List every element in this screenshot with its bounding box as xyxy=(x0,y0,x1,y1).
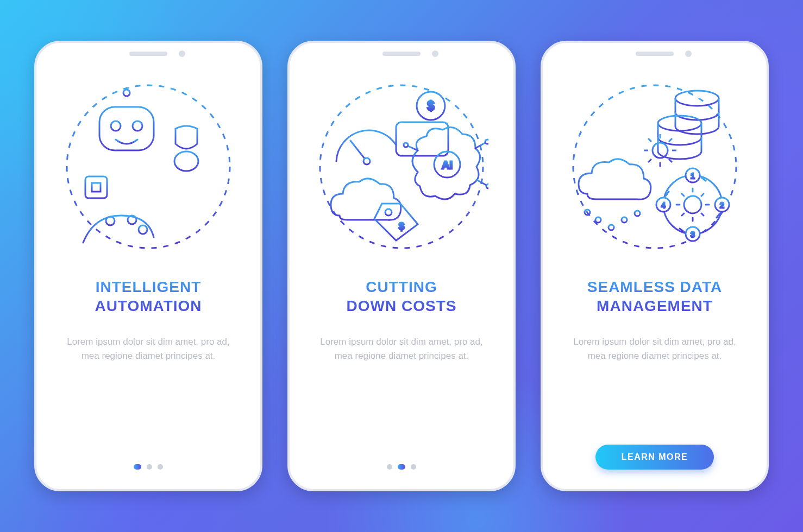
svg-point-47 xyxy=(658,116,701,131)
pagination-dots[interactable] xyxy=(134,464,163,470)
svg-point-3 xyxy=(133,121,142,131)
screen-body: Lorem ipsum dolor sit dim amet, pro ad, … xyxy=(67,335,230,364)
svg-text:$: $ xyxy=(427,98,435,113)
svg-point-24 xyxy=(106,217,115,225)
dot-1[interactable] xyxy=(134,464,141,470)
dot-3[interactable] xyxy=(411,464,416,470)
svg-point-40 xyxy=(486,184,488,188)
svg-rect-15 xyxy=(92,183,101,192)
learn-more-button[interactable]: LEARN MORE xyxy=(595,445,714,470)
svg-text:$: $ xyxy=(399,221,404,232)
svg-point-56 xyxy=(635,211,640,216)
svg-rect-14 xyxy=(85,176,107,198)
dot-1[interactable] xyxy=(387,464,392,470)
ai-brain-icon: AI xyxy=(404,128,488,200)
screen-body: Lorem ipsum dolor sit dim amet, pro ad, … xyxy=(573,335,736,364)
dot-2[interactable] xyxy=(398,464,405,470)
screen-title: INTELLIGENT AUTOMATION xyxy=(95,277,202,315)
screen-body: Lorem ipsum dolor sit dim amet, pro ad, … xyxy=(320,335,483,364)
onboarding-screen-3: 1 2 3 4 SEAMLESS DATA MANAGEMENT Lorem i… xyxy=(541,41,769,491)
gear-icon xyxy=(644,134,676,167)
svg-point-5 xyxy=(123,90,130,96)
dot-3[interactable] xyxy=(158,464,163,470)
costs-illustration: $ AI $ xyxy=(315,80,488,254)
svg-text:1: 1 xyxy=(691,172,695,180)
process-cycle-icon: 1 2 3 4 xyxy=(656,168,729,241)
svg-point-43 xyxy=(385,209,392,216)
dollar-coin-icon: $ xyxy=(417,92,445,120)
dot-2[interactable] xyxy=(147,464,152,470)
svg-point-38 xyxy=(485,140,488,144)
svg-point-2 xyxy=(111,121,121,131)
svg-text:AI: AI xyxy=(442,159,453,171)
svg-point-11 xyxy=(174,151,198,171)
screen-title: CUTTING DOWN COSTS xyxy=(347,277,457,315)
cloud-price-icon: $ xyxy=(331,179,418,240)
svg-point-50 xyxy=(595,217,601,223)
robot-hand-icon xyxy=(83,216,154,243)
svg-point-45 xyxy=(573,85,736,248)
automation-illustration xyxy=(61,80,235,254)
svg-text:4: 4 xyxy=(661,201,666,210)
svg-point-42 xyxy=(404,143,408,147)
screen-title: SEAMLESS DATA MANAGEMENT xyxy=(587,277,722,315)
onboarding-screen-1: INTELLIGENT AUTOMATION Lorem ipsum dolor… xyxy=(34,41,262,491)
svg-text:3: 3 xyxy=(691,230,695,239)
svg-point-29 xyxy=(363,158,370,164)
data-management-illustration: 1 2 3 4 xyxy=(568,80,742,254)
onboarding-stage: INTELLIGENT AUTOMATION Lorem ipsum dolor… xyxy=(0,0,803,532)
svg-point-52 xyxy=(608,225,614,230)
svg-point-46 xyxy=(675,91,719,106)
credit-card-icon xyxy=(396,122,448,156)
gauge-icon xyxy=(336,130,396,164)
svg-text:2: 2 xyxy=(720,201,724,210)
cloud-network-icon xyxy=(579,159,651,230)
svg-point-60 xyxy=(684,196,701,213)
onboarding-screen-2: $ AI $ CUTTIN xyxy=(287,41,516,491)
svg-rect-30 xyxy=(396,122,448,156)
svg-point-59 xyxy=(663,175,722,234)
crane-icon xyxy=(143,112,224,212)
chip-icon xyxy=(79,170,114,205)
pagination-dots[interactable] xyxy=(387,464,416,470)
svg-point-54 xyxy=(622,217,627,223)
svg-point-26 xyxy=(139,225,147,234)
